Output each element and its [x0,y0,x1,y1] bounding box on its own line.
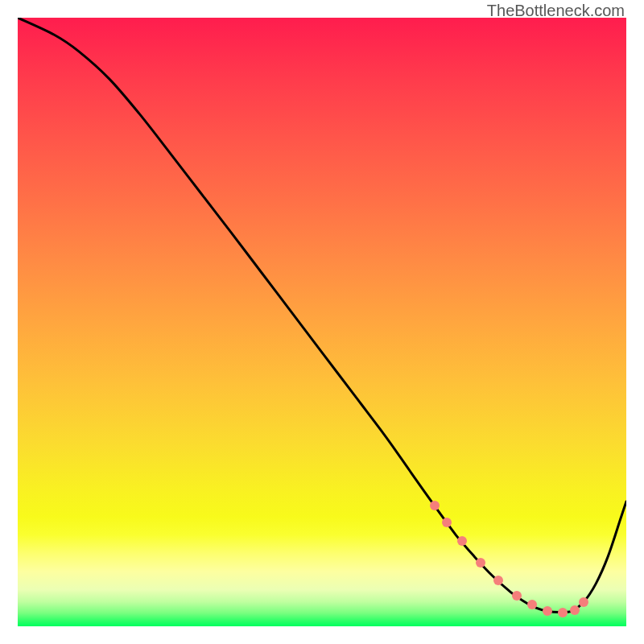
gradient-background [18,18,626,626]
highlight-dot [457,536,467,546]
highlight-dot [543,606,552,616]
highlight-dot [430,501,440,510]
highlight-dot [570,605,580,615]
highlight-dot [442,518,452,527]
highlight-dot [476,558,485,568]
highlight-dot [493,576,503,585]
highlight-dot [579,597,588,607]
highlight-dot [527,600,537,609]
svg-rect-0 [18,18,626,626]
plot-area [18,18,626,626]
highlight-dot [512,591,522,601]
highlight-dot [558,608,568,617]
chart-container: TheBottleneck.com [0,0,644,644]
